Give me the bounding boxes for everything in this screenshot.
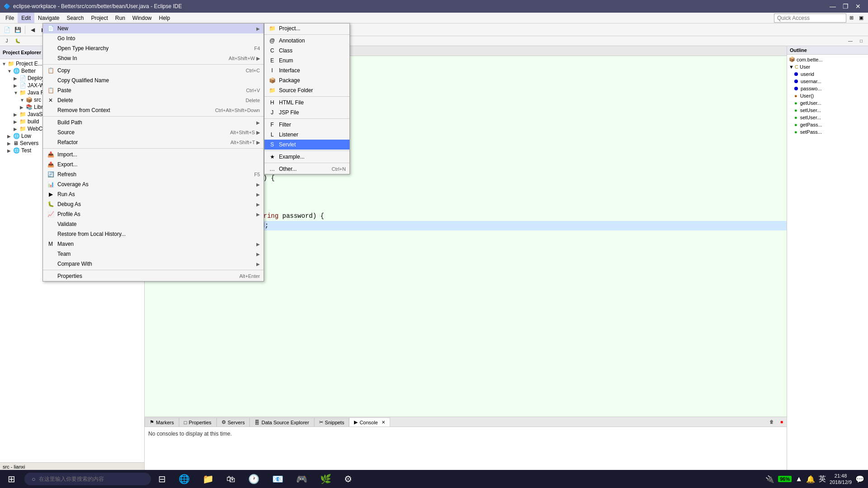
minimize-button[interactable]: —	[826, 2, 839, 11]
outline-package[interactable]: 📦 com.bette...	[787, 56, 868, 63]
code-line: }	[145, 230, 787, 240]
start-button[interactable]: ⊞	[0, 470, 23, 488]
method-icon3: ●	[794, 115, 797, 120]
search-button[interactable]: 🔍	[79, 25, 89, 35]
build-icon: 📁	[19, 118, 26, 125]
view-button[interactable]: ▣	[856, 13, 866, 23]
menu-window[interactable]: Window	[129, 13, 156, 23]
open-resource-button[interactable]: 📂	[105, 25, 115, 35]
taskbar-app-game[interactable]: 🎮	[291, 470, 313, 488]
menu-navigate[interactable]: Navigate	[34, 13, 63, 23]
outline-field-userid[interactable]: userid	[787, 70, 868, 78]
properties-icon: □	[184, 420, 187, 425]
view-menu-button[interactable]: ▼	[108, 47, 118, 57]
taskbar-app-edge[interactable]: 🌐	[173, 470, 195, 488]
code-content[interactable]: ... return username; } public String get…	[145, 56, 787, 417]
tree-item-better[interactable]: ▼ 🌐 Better	[0, 67, 144, 75]
outline-method-getpass[interactable]: ● getPass...	[787, 121, 868, 128]
outline-method-setuser1[interactable]: ● setUser...	[787, 107, 868, 114]
wifi-icon[interactable]: ▲	[795, 475, 802, 483]
menu-project[interactable]: Project	[87, 13, 111, 23]
webcontent-label: WebContent	[28, 126, 58, 132]
tab-markers[interactable]: ⚑ Markers	[145, 418, 179, 427]
tree-item-libraries[interactable]: ▶ 📚 Libraries	[0, 103, 144, 111]
maximize-view-button[interactable]: □	[856, 36, 866, 46]
taskbar-app-explorer[interactable]: 📁	[197, 470, 219, 488]
tree-item-test[interactable]: ▶ 🌐 Test	[0, 147, 144, 154]
perspective-debug-button[interactable]: 🐛	[13, 36, 23, 46]
taskbar-search[interactable]	[24, 473, 151, 485]
tree-item-java-resources[interactable]: ▼ 📁 Java Resources	[0, 89, 144, 96]
menu-help[interactable]: Help	[156, 13, 174, 23]
menu-search[interactable]: Search	[63, 13, 87, 23]
power-icon[interactable]: 🔌	[765, 475, 774, 483]
minimize-view-button[interactable]: —	[845, 36, 855, 46]
taskbar-app-task-view[interactable]: ⊟	[153, 470, 171, 488]
project-tree: ▼ 📁 Project E... ▼ 🌐 Better ▶ 📄 Deployme…	[0, 59, 144, 462]
menu-edit[interactable]: Edit	[18, 13, 34, 23]
outline-field-password[interactable]: passwo...	[787, 85, 868, 92]
outline-method-setuser2[interactable]: ● setUser...	[787, 114, 868, 121]
taskbar-app-green[interactable]: 🌿	[315, 470, 337, 488]
taskbar-app-clock[interactable]: 🕐	[243, 470, 265, 488]
maximize-button[interactable]: ❐	[839, 2, 852, 11]
tab-data-source[interactable]: 🗄 Data Source Explorer	[250, 418, 314, 427]
close-tab-icon[interactable]: ✕	[177, 49, 181, 54]
jaxws-icon: 📄	[19, 82, 26, 89]
prev-annotation-button[interactable]: ↑	[131, 25, 141, 35]
outline-method-setpass[interactable]: ● setPass...	[787, 128, 868, 136]
collapse-all-button[interactable]: ⊟	[85, 47, 94, 57]
close-button[interactable]: ✕	[852, 2, 864, 11]
tab-properties[interactable]: □ Properties	[179, 418, 217, 427]
console-clear-button[interactable]: 🗑	[767, 417, 777, 427]
perspective-button[interactable]: ⊞	[846, 13, 856, 23]
tree-item-build[interactable]: ▶ 📁 build	[0, 118, 144, 125]
outline-constructor[interactable]: ● User()	[787, 92, 868, 99]
taskbar-app-mail[interactable]: 📧	[267, 470, 289, 488]
close-console-icon[interactable]: ✕	[382, 420, 385, 425]
perspective-java-button[interactable]: J	[2, 36, 12, 46]
editor-tab-user-java[interactable]: J User.java ✕	[145, 47, 186, 56]
tree-item-low[interactable]: ▶ 🌐 Low	[0, 132, 144, 140]
quick-access-input[interactable]	[774, 14, 846, 23]
outline-field-username[interactable]: usernar...	[787, 78, 868, 85]
back-button[interactable]: ◀	[28, 25, 38, 35]
tree-item-src[interactable]: ▼ 📦 src	[0, 96, 144, 103]
next-annotation-button[interactable]: ↓	[120, 25, 130, 35]
method-setuser2-label: setUser...	[800, 115, 821, 120]
tab-console[interactable]: ▶ Console ✕	[349, 418, 390, 427]
taskbar-app-settings[interactable]: ⚙	[339, 470, 358, 488]
notification-icon[interactable]: 🔔	[806, 475, 815, 483]
outline-class[interactable]: ▼ C User	[787, 63, 868, 70]
debug-button[interactable]: 🐛	[64, 25, 74, 35]
tab-servers[interactable]: ⚙ Servers	[217, 418, 250, 427]
tree-item-js-resources[interactable]: ▶ 📁 JavaScript Resources	[0, 111, 144, 118]
action-center-icon[interactable]: 💬	[855, 475, 864, 483]
outline-method-getuser1[interactable]: ● getUser...	[787, 99, 868, 107]
arrow-icon: ▼	[2, 61, 6, 66]
taskbar-app-store[interactable]: 🛍	[221, 470, 241, 488]
console-stop-button[interactable]: ■	[777, 417, 787, 427]
tree-item-servers[interactable]: ▶ 🖥 Servers	[0, 140, 144, 147]
code-line: ...	[145, 60, 787, 69]
save-button[interactable]: 💾	[13, 25, 23, 35]
last-edit-button[interactable]: ↩	[146, 25, 156, 35]
menu-run[interactable]: Run	[112, 13, 129, 23]
tree-item-project-explorer[interactable]: ▼ 📁 Project E...	[0, 60, 144, 67]
tree-item-deployment[interactable]: ▶ 📄 Deployment Descriptor	[0, 75, 144, 82]
maximize-explorer-button[interactable]: □	[132, 47, 142, 57]
data-source-icon: 🗄	[255, 420, 259, 425]
code-text: this.username = username;	[163, 145, 787, 155]
open-type-button[interactable]: T	[94, 25, 104, 35]
run-button[interactable]: ▶	[53, 25, 63, 35]
datetime[interactable]: 21:48 2018/12/9	[830, 473, 852, 486]
minimize-explorer-button[interactable]: —	[120, 47, 130, 57]
link-editor-button[interactable]: 🔗	[96, 47, 106, 57]
new-file-button[interactable]: 📄	[2, 25, 12, 35]
tree-item-webcontent[interactable]: ▶ 📁 WebContent	[0, 125, 144, 132]
tab-snippets[interactable]: ✂ Snippets	[314, 418, 349, 427]
forward-button[interactable]: ▶	[38, 25, 48, 35]
menu-file[interactable]: File	[2, 13, 18, 23]
code-text: }	[163, 230, 787, 240]
tree-item-jaxws[interactable]: ▶ 📄 JAX-WS Web Services	[0, 82, 144, 89]
